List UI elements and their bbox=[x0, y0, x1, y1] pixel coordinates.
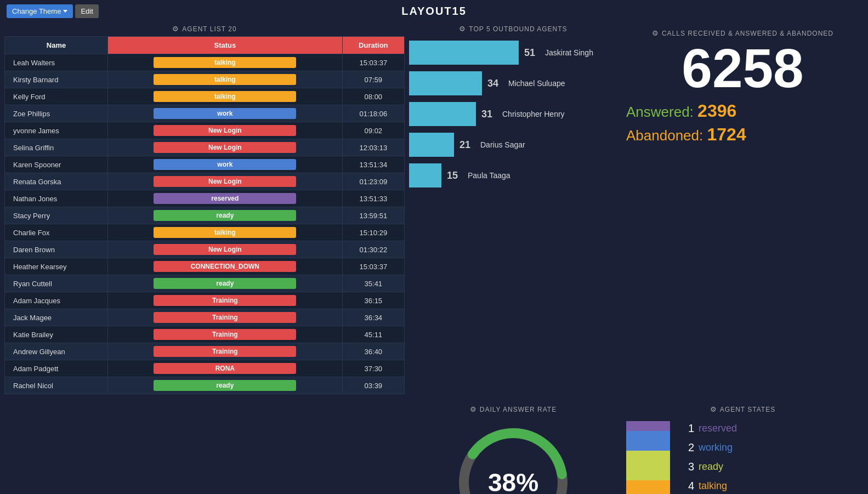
state-label: ready bbox=[699, 461, 723, 473]
status-pill: RONA bbox=[154, 363, 296, 374]
agent-name: Selina Griffin bbox=[5, 139, 108, 156]
table-row: Adam Jacques Training 36:15 bbox=[5, 292, 405, 309]
agent-name: Adam Padgett bbox=[5, 360, 108, 377]
agent-duration: 01:23:09 bbox=[342, 173, 404, 190]
agent-status: ready bbox=[108, 377, 343, 394]
agent-duration: 03:39 bbox=[342, 377, 404, 394]
agent-name: Katie Brailey bbox=[5, 326, 108, 343]
state-bar-segment bbox=[626, 451, 670, 480]
agent-status: work bbox=[108, 156, 343, 173]
calls-abandoned-value: 1724 bbox=[707, 124, 746, 144]
agent-name: Kirsty Barnard bbox=[5, 71, 108, 88]
state-count: 1 bbox=[679, 422, 694, 435]
col-header-name: Name bbox=[5, 37, 108, 54]
agent-status: talking bbox=[108, 224, 343, 241]
agent-name: Karen Spooner bbox=[5, 156, 108, 173]
status-pill: talking bbox=[154, 57, 296, 68]
state-count: 2 bbox=[679, 441, 694, 454]
header: Change Theme Edit LAYOUT15 bbox=[0, 0, 868, 22]
table-row: Nathan Jones reserved 13:51:33 bbox=[5, 190, 405, 207]
status-pill: ready bbox=[154, 278, 296, 289]
change-theme-button[interactable]: Change Theme bbox=[7, 4, 73, 18]
agent-list-gear-icon: ⚙ bbox=[172, 25, 179, 33]
agent-status: CONNECTION_DOWN bbox=[108, 258, 343, 275]
status-pill: work bbox=[154, 159, 296, 170]
agent-duration: 36:40 bbox=[342, 343, 404, 360]
top5-agent-name: Michael Suluape bbox=[508, 79, 565, 88]
top5-bar bbox=[409, 41, 519, 65]
col-header-status: Status bbox=[108, 37, 343, 54]
top5-bars: 51 Jaskirat Singh 34 Michael Suluape 31 … bbox=[409, 36, 617, 196]
top5-count: 34 bbox=[487, 78, 503, 89]
page-title: LAYOUT15 bbox=[401, 5, 467, 18]
change-theme-label: Change Theme bbox=[12, 7, 61, 15]
agent-list-section: ⚙ AGENT LIST 20 Name Status Duration Lea… bbox=[4, 22, 405, 394]
calls-total: 6258 bbox=[626, 41, 859, 95]
agent-status: reserved bbox=[108, 190, 343, 207]
table-row: Daren Brown New Login 01:30:22 bbox=[5, 241, 405, 258]
calls-answered-row: Answered: 2396 bbox=[626, 101, 859, 121]
top5-agent-name: Paula Taaga bbox=[468, 171, 510, 180]
top5-agent-name: Darius Sagar bbox=[480, 140, 525, 149]
table-row: Stacy Perry ready 13:59:51 bbox=[5, 207, 405, 224]
top5-agent-name: Christopher Henry bbox=[502, 110, 565, 118]
agent-status: New Login bbox=[108, 122, 343, 139]
table-row: Ryan Cuttell ready 35:41 bbox=[5, 275, 405, 292]
agent-name: Rachel Nicol bbox=[5, 377, 108, 394]
top5-count: 51 bbox=[524, 47, 540, 59]
top5-count: 21 bbox=[459, 139, 475, 151]
agent-status: ready bbox=[108, 207, 343, 224]
calls-gear-icon: ⚙ bbox=[652, 29, 659, 37]
state-info-row: 3 ready bbox=[679, 461, 740, 473]
agent-name: Heather Kearsey bbox=[5, 258, 108, 275]
agent-name: Daren Brown bbox=[5, 241, 108, 258]
agent-duration: 13:51:33 bbox=[342, 190, 404, 207]
col-header-duration: Duration bbox=[342, 37, 404, 54]
status-pill: talking bbox=[154, 74, 296, 85]
main-grid: ⚙ AGENT LIST 20 Name Status Duration Lea… bbox=[0, 22, 868, 494]
donut-chart: 38% bbox=[453, 422, 574, 494]
top5-gear-icon: ⚙ bbox=[459, 25, 466, 33]
agent-duration: 01:18:06 bbox=[342, 105, 404, 122]
status-pill: ready bbox=[154, 380, 296, 391]
agent-status: Training bbox=[108, 326, 343, 343]
table-row: Rachel Nicol ready 03:39 bbox=[5, 377, 405, 394]
state-label: talking bbox=[699, 480, 727, 492]
agent-duration: 12:03:13 bbox=[342, 139, 404, 156]
state-bar-segment bbox=[626, 431, 670, 451]
daily-rate-title: ⚙ DAILY ANSWER RATE bbox=[470, 403, 557, 417]
status-pill: Training bbox=[154, 312, 296, 323]
table-row: Selina Griffin New Login 12:03:13 bbox=[5, 139, 405, 156]
state-count: 4 bbox=[679, 480, 694, 492]
top5-row: 34 Michael Suluape bbox=[409, 71, 617, 95]
agent-name: Nathan Jones bbox=[5, 190, 108, 207]
edit-button[interactable]: Edit bbox=[75, 4, 98, 18]
top5-bar bbox=[409, 163, 441, 188]
top5-row: 31 Christopher Henry bbox=[409, 102, 617, 126]
calls-abandoned-row: Abandoned: 1724 bbox=[626, 124, 859, 145]
agent-duration: 07:59 bbox=[342, 71, 404, 88]
dropdown-caret-icon bbox=[63, 10, 67, 13]
daily-rate-gear-icon: ⚙ bbox=[470, 405, 477, 413]
top5-row: 51 Jaskirat Singh bbox=[409, 41, 617, 65]
state-info-row: 1 reserved bbox=[679, 422, 740, 435]
top5-row: 21 Darius Sagar bbox=[409, 133, 617, 157]
agent-list-title: ⚙ AGENT LIST 20 bbox=[4, 22, 405, 36]
agent-status: ready bbox=[108, 275, 343, 292]
status-pill: CONNECTION_DOWN bbox=[154, 261, 296, 272]
table-row: Kirsty Barnard talking 07:59 bbox=[5, 71, 405, 88]
top5-bar bbox=[409, 71, 482, 95]
header-buttons: Change Theme Edit bbox=[7, 4, 99, 18]
calls-answered-value: 2396 bbox=[697, 101, 736, 121]
agent-duration: 01:30:22 bbox=[342, 241, 404, 258]
agent-states-gear-icon: ⚙ bbox=[710, 405, 717, 413]
agent-name: Stacy Perry bbox=[5, 207, 108, 224]
top5-outbound-section: ⚙ TOP 5 OUTBOUND AGENTS 51 Jaskirat Sing… bbox=[409, 22, 617, 394]
table-row: Renata Gorska New Login 01:23:09 bbox=[5, 173, 405, 190]
status-pill: New Login bbox=[154, 176, 296, 187]
top5-agent-name: Jaskirat Singh bbox=[545, 48, 593, 57]
table-row: Charlie Fox talking 15:10:29 bbox=[5, 224, 405, 241]
agent-duration: 15:03:37 bbox=[342, 258, 404, 275]
agent-name: yvonne James bbox=[5, 122, 108, 139]
agent-states-layout: 1 reserved 2 working 3 ready 4 talking 1… bbox=[622, 417, 864, 494]
